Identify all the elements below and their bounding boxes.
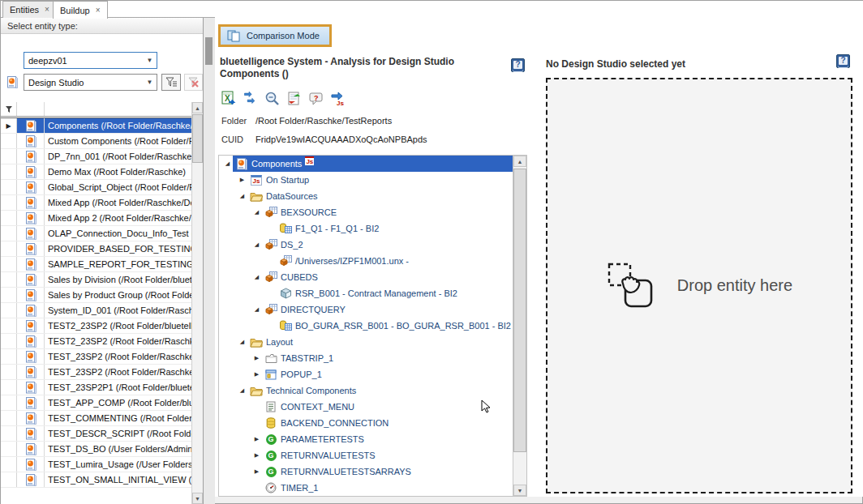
report-compare-button[interactable] — [286, 90, 303, 107]
chevron-down-icon[interactable]: ▼ — [143, 57, 157, 64]
list-item[interactable]: TEST_23SP2P1 (/Root Folder/bluetelli — [1, 380, 203, 395]
filter-cell[interactable] — [45, 102, 203, 116]
entity-name: OLAP_Connection_Docu_Info_Test (/ — [45, 226, 203, 241]
tree-item[interactable]: CONTEXT_MENU — [219, 399, 513, 415]
list-item[interactable]: TEST_DESCR_SCRIPT (/Root Folder/F — [1, 426, 203, 442]
tree-item[interactable]: ◢Layout — [219, 334, 513, 350]
scroll-up-icon[interactable]: ▲ — [192, 102, 203, 113]
list-item[interactable]: ▶Components (/Root Folder/Raschke/T — [1, 118, 203, 134]
expander-icon[interactable]: ◢ — [251, 274, 262, 280]
tree-item[interactable]: ▶JsOn Startup — [219, 172, 513, 188]
list-item[interactable]: TEST_COMMENTING (/Root Folder/bl — [1, 411, 203, 426]
tree-scrollbar[interactable]: ▲ ▼ — [513, 156, 526, 496]
system-combobox[interactable]: deepzv01 ▼ — [24, 52, 157, 69]
tab-entities[interactable]: Entities × — [2, 1, 57, 18]
scrollbar-thumb[interactable] — [513, 169, 526, 452]
scrollbar-thumb[interactable] — [192, 114, 203, 163]
list-item[interactable]: TEST2_23SP2 (/Root Folder/bluetellig — [1, 318, 203, 334]
list-item[interactable]: TEST_Lumira_Usage (/User Folders/A — [1, 457, 203, 472]
comparison-mode-button[interactable]: Comparison Mode — [218, 24, 332, 47]
entity-list-scrollbar[interactable]: ▲ ▼ — [191, 102, 203, 504]
tree-item-label: CUBEDS — [281, 272, 318, 282]
drop-entity-zone[interactable]: Drop entity here — [546, 78, 852, 493]
tree-item[interactable]: BO_GURA_RSR_B001 - BO_GURA_RSR_B001 - BI… — [219, 318, 513, 334]
tree-item[interactable]: ◢BEXSOURCE — [219, 204, 513, 220]
expander-icon[interactable]: ◢ — [251, 241, 262, 248]
entity-name: TEST_APP_COMP (/Root Folder/bluet — [45, 395, 203, 410]
list-item[interactable]: TEST_DS_BO (/User Folders/Administ — [1, 442, 203, 457]
scroll-down-icon[interactable]: ▼ — [192, 493, 203, 504]
list-item[interactable]: OLAP_Connection_Docu_Info_Test (/ — [1, 226, 203, 241]
list-item[interactable]: Demo Max (/Root Folder/Raschke) — [1, 164, 203, 180]
tree-item[interactable]: RSR_B001 - Contract Management - BI2 — [219, 285, 513, 301]
list-item[interactable]: TEST2_23SP2 (/Root Folder/Raschke, — [1, 334, 203, 349]
panel-splitter[interactable] — [204, 18, 215, 504]
expander-icon[interactable]: ◢ — [251, 306, 262, 313]
entity-type-combobox[interactable]: Design Studio ▼ — [24, 74, 157, 91]
tree-item[interactable]: ◢CUBEDS — [219, 269, 513, 285]
expander-icon[interactable]: ▶ — [251, 355, 262, 361]
folder-row: Folder /Root Folder/Raschke/TestReports — [221, 116, 392, 126]
scroll-down-icon[interactable]: ▼ — [513, 485, 526, 496]
expander-icon[interactable]: ▶ — [237, 177, 247, 183]
tree-item[interactable]: ▶GPARAMETERTESTS — [219, 431, 513, 447]
comment-help-button[interactable]: ? — [307, 90, 324, 107]
expander-icon[interactable]: ▶ — [251, 371, 262, 378]
tab-close-icon[interactable]: × — [96, 6, 101, 15]
list-item[interactable]: TEST_23SP2 (/Root Folder/Raschke/D — [1, 349, 203, 365]
filter-button[interactable] — [161, 74, 181, 91]
tab-close-icon[interactable]: × — [45, 6, 49, 14]
expander-icon[interactable]: ▶ — [251, 452, 262, 459]
chevron-down-icon[interactable]: ▼ — [143, 79, 157, 86]
expander-icon[interactable]: ◢ — [237, 387, 247, 394]
js-transport-button[interactable]: Js — [329, 90, 346, 107]
list-item[interactable]: Custom Components (/Root Folder/Ra — [1, 134, 203, 149]
help-icon[interactable]: ? — [511, 58, 525, 72]
list-item[interactable]: DP_7nn_001 (/Root Folder/Raschke/T — [1, 149, 203, 164]
grid-filter-row[interactable] — [1, 102, 203, 117]
expander-icon[interactable]: ▶ — [251, 468, 262, 475]
clear-filter-button[interactable] — [184, 74, 203, 91]
expander-icon[interactable]: ◢ — [237, 193, 247, 199]
expander-icon[interactable]: ▶ — [251, 436, 262, 442]
tab-buildup[interactable]: Buildup × — [53, 1, 108, 19]
list-item[interactable]: TEST_APP_COMP (/Root Folder/bluet — [1, 395, 203, 411]
list-item[interactable]: Sales by Product Group (/Root Folder — [1, 288, 203, 303]
transport-button[interactable] — [242, 90, 259, 107]
list-item[interactable]: Global_Script_Object (/Root Folder/R — [1, 180, 203, 195]
list-item[interactable]: Mixed App 2 (/Root Folder/Raschke/D — [1, 211, 203, 226]
list-item[interactable]: Sales by Division (/Root Folder/bluete — [1, 272, 203, 288]
list-item[interactable]: PROVIDER_BASED_FOR_TESTING (/F — [1, 241, 203, 257]
tree-item[interactable]: F1_Q1 - F1_Q1 - BI2 — [219, 220, 513, 237]
tree-item[interactable]: ▶TABSTRIP_1 — [219, 350, 513, 366]
list-item[interactable]: Mixed App (/Root Folder/Raschke/De — [1, 195, 203, 211]
row-indicator — [1, 164, 17, 179]
tree-item[interactable]: BACKEND_CONNECTION — [219, 415, 513, 431]
row-indicator — [1, 426, 17, 441]
tree-item[interactable]: ▶GRETURNVALUETESTS — [219, 447, 513, 463]
tree-item[interactable]: /Universes/IZPF1M001.unx - — [219, 253, 513, 269]
tree-item[interactable]: ◢ComponentsJs — [219, 156, 513, 172]
search-zoom-button[interactable] — [264, 90, 281, 107]
expander-icon[interactable]: ◢ — [222, 160, 233, 167]
help-icon[interactable]: ? — [836, 54, 850, 68]
splitter-handle[interactable] — [205, 37, 213, 65]
folder-open-icon — [250, 384, 263, 397]
list-item[interactable]: System_ID_001 (/Root Folder/Raschk — [1, 303, 203, 318]
list-item[interactable]: TEST_23SP2 (/Root Folder/Raschke/L — [1, 365, 203, 380]
list-item[interactable]: SAMPLE_REPORT_FOR_TESTING_M ( — [1, 257, 203, 272]
tree-item-content: TABSTRIP_1 — [262, 350, 336, 366]
tree-item[interactable]: TIMER_1 — [219, 480, 513, 496]
tree-item[interactable]: ◢DIRECTQUERY — [219, 301, 513, 318]
tree-item[interactable]: ◢DS_2 — [219, 237, 513, 253]
tree-item[interactable]: ◢Technical Components — [219, 382, 513, 399]
filter-cell[interactable] — [17, 102, 45, 116]
expander-icon[interactable]: ◢ — [237, 339, 247, 345]
list-item[interactable]: TEST_ON_SMALL_INITIAL_VIEW (/Rc — [1, 472, 203, 488]
excel-export-button[interactable]: X — [220, 90, 237, 107]
tree-item[interactable]: ▶POPUP_1 — [219, 366, 513, 382]
scroll-up-icon[interactable]: ▲ — [513, 156, 526, 167]
tree-item[interactable]: ▶GRETURNVALUETESTSARRAYS — [219, 463, 513, 480]
tree-item[interactable]: ◢DataSources — [219, 188, 513, 204]
expander-icon[interactable]: ◢ — [251, 209, 262, 216]
